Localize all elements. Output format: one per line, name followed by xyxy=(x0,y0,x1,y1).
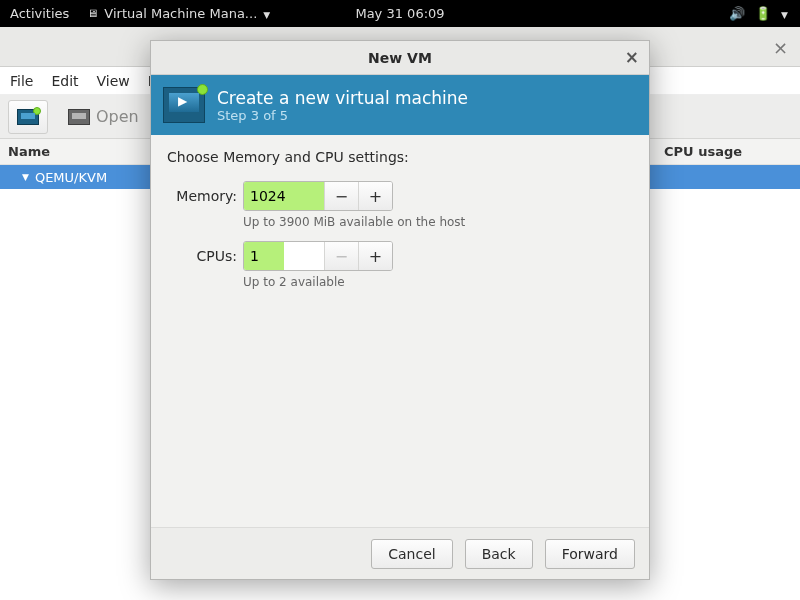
body-title: Choose Memory and CPU settings: xyxy=(167,149,633,165)
new-vm-dialog: New VM × Create a new virtual machine St… xyxy=(150,40,650,580)
topbar-app-menu[interactable]: 🖥 Virtual Machine Mana... ▼ xyxy=(87,6,270,21)
activities-button[interactable]: Activities xyxy=(10,6,69,21)
back-button[interactable]: Back xyxy=(465,539,533,569)
cpus-input[interactable] xyxy=(244,242,284,270)
close-icon[interactable]: × xyxy=(625,47,639,67)
memory-label: Memory: xyxy=(167,188,237,204)
memory-input[interactable] xyxy=(244,182,324,210)
open-label: Open xyxy=(96,107,139,126)
forward-button[interactable]: Forward xyxy=(545,539,635,569)
dialog-title: New VM xyxy=(368,50,432,66)
chevron-down-icon[interactable]: ▼ xyxy=(781,10,788,20)
cancel-button[interactable]: Cancel xyxy=(371,539,452,569)
close-icon[interactable]: × xyxy=(773,37,788,58)
new-vm-button[interactable] xyxy=(8,100,48,134)
vm-wizard-icon xyxy=(163,87,205,123)
volume-icon[interactable]: 🔊 xyxy=(729,6,745,21)
cpus-decrement-button: − xyxy=(324,242,358,270)
menu-edit[interactable]: Edit xyxy=(51,73,78,89)
dialog-button-bar: Cancel Back Forward xyxy=(151,527,649,579)
vm-manager-icon: 🖥 xyxy=(87,7,98,20)
memory-decrement-button[interactable]: − xyxy=(324,182,358,210)
dialog-step-label: Step 3 of 5 xyxy=(217,108,468,123)
memory-increment-button[interactable]: + xyxy=(358,182,392,210)
open-button[interactable]: Open xyxy=(58,100,149,134)
gnome-topbar: Activities 🖥 Virtual Machine Mana... ▼ M… xyxy=(0,0,800,27)
cpus-increment-button[interactable]: + xyxy=(358,242,392,270)
dialog-body: Choose Memory and CPU settings: Memory: … xyxy=(151,135,649,527)
dialog-titlebar[interactable]: New VM × xyxy=(151,41,649,75)
monitor-icon xyxy=(68,109,90,125)
chevron-down-icon: ▼ xyxy=(22,172,29,182)
menu-view[interactable]: View xyxy=(97,73,130,89)
monitor-new-icon xyxy=(17,109,39,125)
topbar-app-name: Virtual Machine Mana... xyxy=(104,6,257,21)
connection-label: QEMU/KVM xyxy=(35,170,107,185)
menu-file[interactable]: File xyxy=(10,73,33,89)
memory-spinbox: − + xyxy=(243,181,393,211)
cpus-hint: Up to 2 available xyxy=(243,275,633,289)
dialog-header-title: Create a new virtual machine xyxy=(217,88,468,108)
cpus-spinbox: − + xyxy=(243,241,393,271)
chevron-down-icon: ▼ xyxy=(263,10,270,20)
topbar-clock[interactable]: May 31 06:09 xyxy=(355,6,444,21)
column-cpu[interactable]: CPU usage xyxy=(660,144,800,159)
battery-icon[interactable]: 🔋 xyxy=(755,6,771,21)
cpus-label: CPUs: xyxy=(167,248,237,264)
memory-hint: Up to 3900 MiB available on the host xyxy=(243,215,633,229)
dialog-header: Create a new virtual machine Step 3 of 5 xyxy=(151,75,649,135)
